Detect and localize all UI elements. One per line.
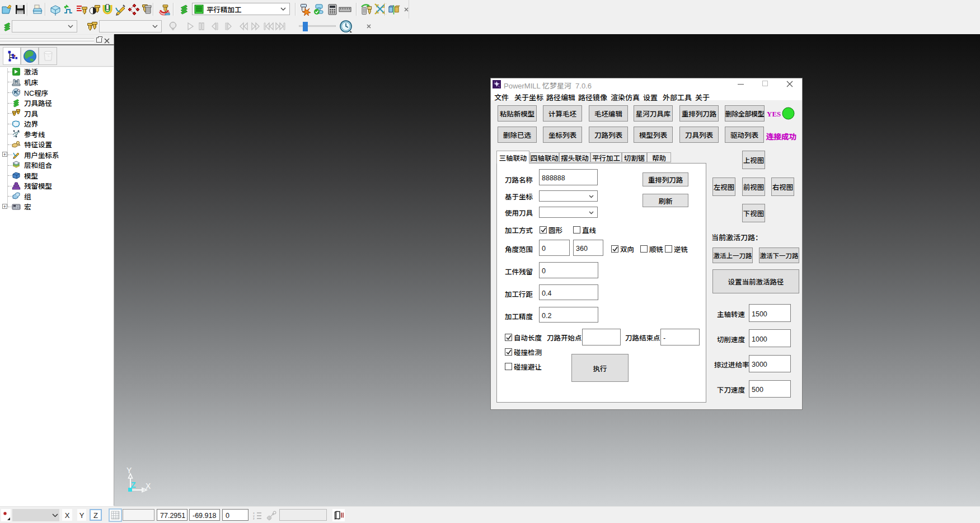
- svg-text:X: X: [146, 482, 151, 491]
- svg-text:z: z: [253, 517, 255, 520]
- svg-text:Y: Y: [126, 466, 132, 475]
